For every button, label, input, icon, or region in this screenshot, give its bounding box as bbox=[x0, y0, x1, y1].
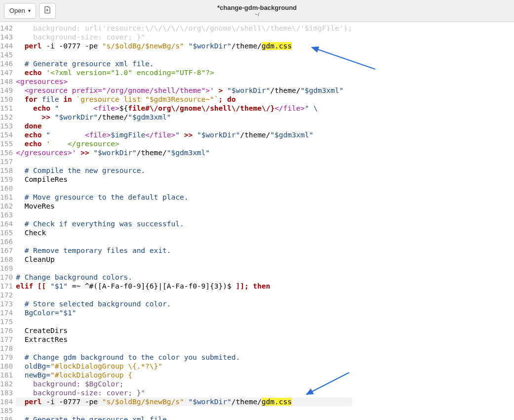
code-line bbox=[16, 264, 352, 273]
code-line: # Remove temporary files and exit. bbox=[16, 246, 352, 255]
line-number: 177 bbox=[0, 335, 13, 344]
code-line bbox=[16, 317, 352, 326]
code-line: # Move gresource to the default place. bbox=[16, 193, 352, 202]
code-line: echo ' </gresource> bbox=[16, 139, 352, 148]
line-number: 175 bbox=[0, 317, 13, 326]
code-line: background: url('resource:\/\/\/\/\/org\… bbox=[16, 24, 352, 33]
code-line: CleanUp bbox=[16, 255, 352, 264]
editor-area[interactable]: 1421431441451461471481491501511521531541… bbox=[0, 22, 514, 420]
line-number: 160 bbox=[0, 184, 13, 193]
line-number: 152 bbox=[0, 113, 13, 122]
code-line: perl -i -0777 -pe "s/$oldBg/$newBg/s" "$… bbox=[16, 397, 352, 406]
header-left: Open ▾ bbox=[4, 3, 56, 19]
line-number: 144 bbox=[0, 42, 13, 50]
code-line: background: $BgColor; bbox=[16, 379, 352, 388]
code-line: # Change gdm background to the color you… bbox=[16, 353, 352, 362]
code-line: <gresources> bbox=[16, 77, 352, 86]
new-tab-button[interactable] bbox=[39, 3, 56, 19]
line-number: 149 bbox=[0, 86, 13, 95]
code-line: Check bbox=[16, 228, 352, 237]
open-button[interactable]: Open ▾ bbox=[4, 3, 36, 19]
line-number: 176 bbox=[0, 326, 13, 335]
line-number: 170 bbox=[0, 273, 13, 282]
code-line bbox=[16, 291, 352, 299]
code-line: perl -i -0777 -pe "s/$oldBg/$newBg/s" "$… bbox=[16, 42, 352, 50]
line-number: 151 bbox=[0, 104, 13, 113]
line-number: 146 bbox=[0, 59, 13, 68]
code-line: CompileRes bbox=[16, 175, 352, 184]
line-number: 173 bbox=[0, 299, 13, 308]
line-number: 174 bbox=[0, 308, 13, 317]
document-title: *change-gdm-background bbox=[0, 4, 514, 11]
line-number: 153 bbox=[0, 122, 13, 130]
line-number: 186 bbox=[0, 415, 13, 420]
code-line: echo '<?xml version="1.0" encoding="UTF-… bbox=[16, 68, 352, 77]
line-number: 158 bbox=[0, 166, 13, 175]
new-document-icon bbox=[43, 6, 51, 15]
line-number: 185 bbox=[0, 406, 13, 415]
line-number: 148 bbox=[0, 77, 13, 86]
header-title-group: *change-gdm-background ~/ bbox=[0, 4, 514, 17]
header-bar: Open ▾ *change-gdm-background ~/ bbox=[0, 0, 514, 22]
code-line: echo " <file>${file#\/org\/gnome\/shell\… bbox=[16, 104, 352, 113]
code-line: # Generate gresource xml file. bbox=[16, 59, 352, 68]
code-line bbox=[16, 210, 352, 219]
code-line: # Change background colors. bbox=[16, 273, 352, 282]
code-line bbox=[16, 344, 352, 353]
line-number: 180 bbox=[0, 362, 13, 371]
code-line: newBg="#lockDialogGroup { bbox=[16, 371, 352, 379]
code-line: ExtractRes bbox=[16, 335, 352, 344]
code-line bbox=[16, 406, 352, 415]
code-line bbox=[16, 157, 352, 166]
code-line: elif [[ "$1" =~ ^#([A-Fa-f0-9]{6}|[A-Fa-… bbox=[16, 282, 352, 291]
line-number: 183 bbox=[0, 388, 13, 397]
chevron-down-icon: ▾ bbox=[28, 8, 31, 13]
code-line: CreateDirs bbox=[16, 326, 352, 335]
line-number: 147 bbox=[0, 68, 13, 77]
line-number: 172 bbox=[0, 291, 13, 299]
code-line: BgColor="$1" bbox=[16, 308, 352, 317]
code-line bbox=[16, 50, 352, 59]
code-line bbox=[16, 237, 352, 246]
code-view[interactable]: background: url('resource:\/\/\/\/\/org\… bbox=[16, 24, 352, 420]
line-number: 165 bbox=[0, 228, 13, 237]
line-number: 181 bbox=[0, 371, 13, 379]
code-line: background-size: cover; }" bbox=[16, 388, 352, 397]
line-number: 179 bbox=[0, 353, 13, 362]
line-number: 169 bbox=[0, 264, 13, 273]
line-number: 155 bbox=[0, 139, 13, 148]
code-line: echo " <file>$imgFile</file>" >> "$workD… bbox=[16, 130, 352, 139]
code-line: <gresource prefix="/org/gnome/shell/them… bbox=[16, 86, 352, 95]
line-number: 178 bbox=[0, 344, 13, 353]
code-line: background-size: cover; }" bbox=[16, 33, 352, 42]
code-line: oldBg="#lockDialogGroup \{.*?\}" bbox=[16, 362, 352, 371]
code-line: # Generate the gresource xml file. bbox=[16, 415, 352, 420]
line-number: 166 bbox=[0, 237, 13, 246]
line-number: 156 bbox=[0, 148, 13, 157]
line-number: 168 bbox=[0, 255, 13, 264]
code-line: for file in `gresource list "$gdm3Resour… bbox=[16, 95, 352, 104]
line-number: 163 bbox=[0, 210, 13, 219]
line-number: 164 bbox=[0, 219, 13, 228]
line-number: 171 bbox=[0, 282, 13, 291]
line-number: 142 bbox=[0, 24, 13, 33]
code-line: # Check if everything was successful. bbox=[16, 219, 352, 228]
line-number: 143 bbox=[0, 33, 13, 42]
line-number: 157 bbox=[0, 157, 13, 166]
line-number-gutter: 1421431441451461471481491501511521531541… bbox=[0, 24, 16, 420]
line-number: 159 bbox=[0, 175, 13, 184]
code-line: # Compile the new gresource. bbox=[16, 166, 352, 175]
code-line: # Store selected background color. bbox=[16, 299, 352, 308]
document-path: ~/ bbox=[0, 11, 514, 17]
code-line: MoveRes bbox=[16, 202, 352, 210]
line-number: 182 bbox=[0, 379, 13, 388]
line-number: 167 bbox=[0, 246, 13, 255]
line-number: 154 bbox=[0, 130, 13, 139]
code-line bbox=[16, 184, 352, 193]
line-number: 184 bbox=[0, 397, 13, 406]
line-number: 150 bbox=[0, 95, 13, 104]
line-number: 161 bbox=[0, 193, 13, 202]
line-number: 145 bbox=[0, 50, 13, 59]
line-number: 162 bbox=[0, 202, 13, 210]
open-label: Open bbox=[9, 7, 25, 14]
